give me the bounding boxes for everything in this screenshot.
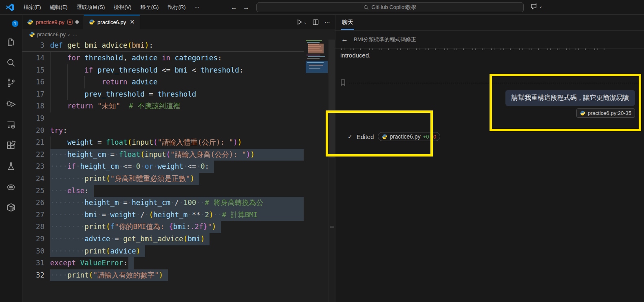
command-center-text: GitHub Copilot教學	[371, 4, 417, 11]
breadcrumb[interactable]: practice6.py › …	[22, 29, 335, 40]
code-line-26[interactable]: 26········height_m·=·height_cm·/·100··# …	[22, 197, 304, 209]
copilot-view-icon[interactable]	[4, 181, 18, 194]
vscode-logo-icon	[5, 3, 14, 12]
code-line-16[interactable]: 16 return advice	[22, 76, 304, 88]
code-line-27[interactable]: 27········bmi·=·weight·/·(height_m·**·2)…	[22, 209, 304, 221]
vscode-window: 檔案(F)編輯(E)選取項目(S)檢視(V)移至(G)執行(R) ⋯ ← → G…	[0, 0, 644, 302]
explorer-badge: 1	[12, 20, 18, 27]
copilot-chat-panel: 聊天 ← BMI分類標準的程式碼修正 introduced. 請幫我重構這段程式…	[335, 15, 644, 302]
python-file-icon	[27, 19, 33, 25]
testing-icon[interactable]	[4, 160, 18, 173]
editor-scrollbar[interactable]	[329, 40, 335, 302]
search-icon	[364, 5, 369, 10]
nav-back-button[interactable]: ←	[231, 4, 237, 11]
code-line-23[interactable]: 23····if·height_cm·<=·0·or·weight·<=·0:	[22, 161, 304, 173]
search-view-icon[interactable]	[4, 56, 18, 69]
title-bar: 檔案(F)編輯(E)選取項目(S)檢視(V)移至(G)執行(R) ⋯ ← → G…	[0, 0, 644, 15]
bookmark-icon[interactable]	[340, 79, 346, 86]
code-editor[interactable]: 3def get_bmi_advice(bmi): 14 for thresho…	[22, 40, 304, 302]
menu-item-5[interactable]: 執行(R)	[163, 2, 190, 13]
code-line-31[interactable]: 31except ValueError:	[22, 257, 304, 269]
editor-more-button[interactable]: ⋯	[324, 19, 330, 25]
cursor-position-marker	[330, 227, 334, 227]
menu-item-0[interactable]: 檔案(F)	[19, 2, 46, 13]
menu-more-button[interactable]: ⋯	[190, 4, 203, 10]
code-line-20[interactable]: 20try:	[22, 125, 304, 137]
chevron-down-icon: ⌄	[304, 20, 307, 24]
activity-bar: 1	[0, 15, 22, 302]
annotation-box-prompt	[490, 74, 641, 131]
run-python-button[interactable]: ⌄	[296, 19, 307, 25]
chat-session-title: BMI分類標準的程式碼修正	[354, 36, 416, 43]
code-line-19[interactable]: 19	[22, 112, 304, 125]
source-control-icon[interactable]	[4, 76, 18, 89]
code-lines: 14 for threshold, advice in categories:1…	[22, 52, 304, 281]
breadcrumb-file[interactable]: practice6.py	[37, 31, 66, 37]
code-line-24[interactable]: 24········print("身高和體重必須是正數")	[22, 173, 304, 185]
menu-item-2[interactable]: 選取項目(S)	[72, 2, 109, 13]
menu-item-4[interactable]: 移至(G)	[136, 2, 163, 13]
code-line-32[interactable]: 32····print("請輸入有效的數字")	[22, 269, 304, 282]
clipped-text-line	[341, 48, 606, 50]
code-line-25[interactable]: 25····else:	[22, 185, 304, 197]
code-line-29[interactable]: 29········advice·=·get_bmi_advice(bmi)	[22, 233, 304, 245]
chat-header: ← BMI分類標準的程式碼修正	[335, 31, 644, 48]
close-icon[interactable]: ✕	[130, 18, 135, 26]
code-line-30[interactable]: 30········print(advice)	[22, 245, 304, 258]
back-arrow-icon[interactable]: ←	[341, 35, 348, 44]
code-line-28[interactable]: 28········print(f"你的BMI值為: {bmi:.2f}")	[22, 221, 304, 233]
chat-tab-bar: 聊天	[335, 15, 644, 31]
menu-item-1[interactable]: 編輯(E)	[46, 2, 72, 13]
editor-group: practice9.py practice6.py ✕ ⌄ ⋯ practice…	[22, 15, 335, 302]
code-line-18[interactable]: 18 return "未知" # 不應該到這裡	[22, 100, 304, 112]
copilot-menu-button[interactable]: ⌄	[531, 3, 543, 10]
tab-practice6[interactable]: practice6.py ✕	[84, 15, 140, 29]
python-file-icon	[89, 19, 95, 25]
tab-label: practice9.py	[36, 19, 64, 25]
python-file-icon	[29, 32, 35, 37]
menu-item-3[interactable]: 檢視(V)	[109, 2, 136, 13]
tab-practice9[interactable]: practice9.py	[22, 15, 84, 29]
code-line-14[interactable]: 14 for threshold, advice in categories:	[22, 52, 304, 64]
breadcrumb-more[interactable]: …	[72, 31, 77, 37]
annotation-box-edited	[326, 110, 433, 157]
breadcrumb-separator: ›	[68, 31, 70, 37]
code-line-22[interactable]: 22····height_cm·=·float(input("請輸入身高(公分)…	[22, 149, 304, 161]
play-icon	[296, 19, 303, 25]
run-debug-icon[interactable]	[4, 97, 18, 110]
tab-label: practice6.py	[97, 19, 126, 25]
code-line-15[interactable]: 15 if prev_threshold <= bmi < threshold:	[22, 64, 304, 77]
chat-response-text: introduced.	[340, 52, 371, 59]
extensions-icon[interactable]	[4, 139, 18, 152]
restricted-mode-icon	[67, 20, 73, 25]
tab-bar: practice9.py practice6.py ✕ ⌄ ⋯	[22, 15, 335, 29]
copilot-chat-icon	[531, 3, 538, 10]
split-editor-icon[interactable]	[313, 19, 319, 25]
command-center-search[interactable]: GitHub Copilot教學	[256, 2, 524, 12]
minimap[interactable]	[305, 40, 329, 88]
tab-chat[interactable]: 聊天	[341, 15, 354, 30]
explorer-icon[interactable]	[4, 36, 18, 49]
remote-explorer-icon[interactable]	[4, 118, 18, 131]
nav-forward-button[interactable]: →	[243, 4, 249, 11]
code-line-21[interactable]: 21 weight = float(input("請輸入體重(公斤): "))	[22, 137, 304, 149]
sticky-scroll-line[interactable]: 3def get_bmi_advice(bmi):	[22, 40, 304, 52]
chevron-down-icon: ⌄	[539, 4, 543, 9]
code-line-17[interactable]: 17 prev_threshold = threshold	[22, 88, 304, 101]
package-icon[interactable]	[4, 201, 18, 214]
menu-bar: 檔案(F)編輯(E)選取項目(S)檢視(V)移至(G)執行(R)	[19, 2, 190, 13]
modified-dot-icon[interactable]	[75, 20, 79, 24]
